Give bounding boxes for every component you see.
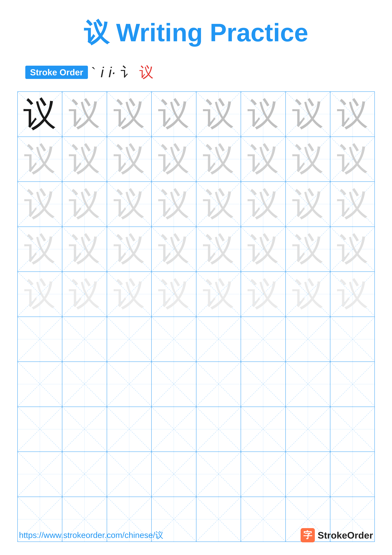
grid-cell[interactable] xyxy=(196,452,241,497)
grid-cell[interactable] xyxy=(241,362,286,407)
grid-cell[interactable]: 议 xyxy=(330,227,375,272)
svg-line-81 xyxy=(18,317,62,361)
grid-cell[interactable]: 议 xyxy=(152,272,196,317)
practice-char: 议 xyxy=(69,233,100,265)
practice-char: 议 xyxy=(69,188,100,220)
grid-cell[interactable]: 议 xyxy=(62,182,107,226)
grid-cell[interactable] xyxy=(330,317,375,362)
grid-cell[interactable]: 议 xyxy=(62,272,107,317)
grid-cell[interactable]: 议 xyxy=(241,272,286,317)
grid-cell[interactable] xyxy=(107,452,152,497)
grid-cell[interactable] xyxy=(18,317,63,362)
practice-char: 议 xyxy=(337,278,368,310)
practice-char: 议 xyxy=(158,188,190,220)
grid-cell[interactable] xyxy=(152,452,196,497)
practice-char: 议 xyxy=(113,98,145,130)
svg-line-118 xyxy=(152,407,196,451)
grid-cell[interactable] xyxy=(330,452,375,497)
footer-url[interactable]: https://www.strokeorder.com/chinese/议 xyxy=(19,530,163,541)
svg-line-126 xyxy=(330,407,375,452)
grid-cell[interactable]: 议 xyxy=(18,137,63,182)
grid-cell[interactable]: 议 xyxy=(18,182,63,226)
grid-cell[interactable]: 议 xyxy=(152,137,196,182)
grid-cell[interactable] xyxy=(18,452,63,497)
grid-cell[interactable] xyxy=(196,407,241,452)
grid-cell[interactable] xyxy=(196,362,241,407)
grid-cell[interactable]: 议 xyxy=(18,272,63,317)
grid-cell[interactable]: 议 xyxy=(107,92,152,137)
grid-cell[interactable] xyxy=(152,317,196,362)
grid-cell[interactable] xyxy=(196,317,241,362)
grid-cell[interactable] xyxy=(330,407,375,452)
grid-cell[interactable]: 议 xyxy=(107,137,152,182)
svg-line-85 xyxy=(107,317,151,361)
practice-char: 议 xyxy=(292,278,324,310)
grid-cell[interactable] xyxy=(241,452,286,497)
svg-line-106 xyxy=(241,362,285,406)
practice-char: 议 xyxy=(203,98,234,130)
grid-cell[interactable]: 议 xyxy=(107,272,152,317)
grid-cell[interactable]: 议 xyxy=(152,92,196,137)
svg-line-139 xyxy=(241,452,285,496)
grid-cell[interactable]: 议 xyxy=(107,227,152,272)
practice-char: 议 xyxy=(337,143,368,175)
grid-cell[interactable]: 议 xyxy=(152,182,196,226)
grid-cell[interactable]: 议 xyxy=(62,227,107,272)
grid-cell[interactable] xyxy=(241,317,286,362)
grid-cell[interactable]: 议 xyxy=(241,92,286,137)
grid-cell[interactable]: 议 xyxy=(330,182,375,226)
grid-cell[interactable] xyxy=(62,317,107,362)
grid-cell[interactable]: 议 xyxy=(18,227,63,272)
grid-cell[interactable] xyxy=(62,452,107,497)
svg-line-96 xyxy=(18,362,62,406)
practice-char: 议 xyxy=(158,233,190,265)
grid-cell[interactable] xyxy=(286,407,330,452)
grid-cell[interactable]: 议 xyxy=(196,92,241,137)
grid-cell[interactable]: 议 xyxy=(330,92,375,137)
grid-cell[interactable]: 议 xyxy=(286,92,330,137)
grid-cell[interactable]: 议 xyxy=(196,227,241,272)
grid-cell[interactable] xyxy=(107,362,152,407)
svg-line-133 xyxy=(107,452,151,496)
grid-cell[interactable]: 议 xyxy=(286,227,330,272)
svg-line-110 xyxy=(330,362,375,407)
grid-cell[interactable]: 议 xyxy=(330,272,375,317)
grid-cell[interactable]: 议 xyxy=(286,182,330,226)
grid-cell[interactable]: 议 xyxy=(196,137,241,182)
grid-cell[interactable] xyxy=(62,407,107,452)
grid-cell[interactable] xyxy=(18,362,63,407)
grid-cell[interactable] xyxy=(286,362,330,407)
grid-cell[interactable] xyxy=(62,362,107,407)
practice-char: 议 xyxy=(113,233,145,265)
grid-cell[interactable] xyxy=(241,407,286,452)
grid-cell[interactable]: 议 xyxy=(62,137,107,182)
grid-row-5: 议 议 议 议 xyxy=(18,272,374,317)
grid-cell[interactable] xyxy=(107,317,152,362)
grid-cell[interactable]: 议 xyxy=(241,182,286,226)
grid-cell[interactable]: 议 xyxy=(286,272,330,317)
svg-line-116 xyxy=(107,407,151,451)
grid-cell[interactable] xyxy=(286,452,330,497)
grid-cell[interactable] xyxy=(107,407,152,452)
grid-cell[interactable] xyxy=(152,362,196,407)
stroke-3: i· xyxy=(108,64,116,80)
grid-cell[interactable]: 议 xyxy=(241,137,286,182)
svg-line-115 xyxy=(62,407,107,451)
grid-cell[interactable]: 议 xyxy=(18,92,63,137)
grid-cell[interactable] xyxy=(330,362,375,407)
grid-cell[interactable]: 议 xyxy=(330,137,375,182)
grid-cell[interactable] xyxy=(286,317,330,362)
grid-cell[interactable]: 议 xyxy=(241,227,286,272)
grid-cell[interactable]: 议 xyxy=(196,182,241,226)
svg-line-83 xyxy=(62,317,107,361)
grid-cell[interactable]: 议 xyxy=(286,137,330,182)
grid-cell[interactable]: 议 xyxy=(152,227,196,272)
grid-cell[interactable]: 议 xyxy=(62,92,107,137)
grid-cell[interactable]: 议 xyxy=(107,182,152,226)
grid-cell[interactable]: 议 xyxy=(196,272,241,317)
grid-cell[interactable] xyxy=(152,407,196,452)
stroke-order-row: Stroke Order ` i i· 讠 议 xyxy=(25,63,154,82)
svg-line-141 xyxy=(286,452,330,496)
practice-char: 议 xyxy=(203,188,234,220)
grid-cell[interactable] xyxy=(18,407,63,452)
